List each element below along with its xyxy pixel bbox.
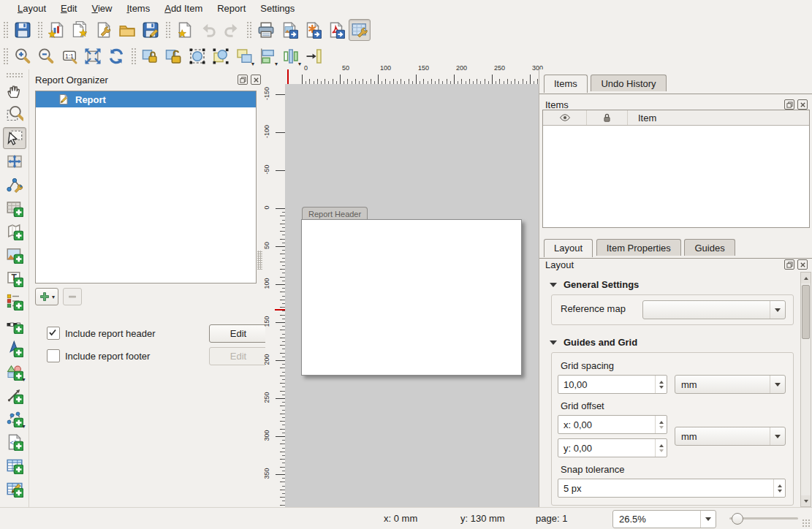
zoom-level-select[interactable]: 26.5% <box>612 510 716 528</box>
toolbar-grip[interactable] <box>6 72 23 78</box>
remove-section-button[interactable] <box>63 288 82 305</box>
add-attribute-table-button[interactable] <box>3 454 26 476</box>
edit-footer-button[interactable]: Edit <box>209 347 267 365</box>
save-project-button[interactable] <box>12 19 34 41</box>
raise-items-button[interactable]: ▾ <box>233 45 255 67</box>
menu-items[interactable]: Items <box>119 1 157 15</box>
refresh-button[interactable] <box>105 45 127 67</box>
tab-layout[interactable]: Layout <box>544 239 593 257</box>
menu-layout[interactable]: Layout <box>10 1 53 15</box>
zoom-tool-button[interactable] <box>3 104 26 126</box>
menu-edit[interactable]: Edit <box>53 1 84 15</box>
close-panel-button[interactable] <box>797 99 808 110</box>
zoom-actual-button[interactable]: 1:1 <box>58 45 80 67</box>
add-fixed-table-button[interactable] <box>3 478 26 500</box>
layout-canvas[interactable]: Report Header <box>285 84 539 508</box>
print-button[interactable] <box>255 19 277 41</box>
visibility-column-header[interactable] <box>543 110 587 125</box>
add-shape-button[interactable]: ▾ <box>3 361 26 383</box>
select-move-item-button[interactable] <box>3 127 26 149</box>
toolbar-grip[interactable] <box>246 21 252 39</box>
scroll-down-button[interactable] <box>801 495 811 506</box>
spinner-arrows[interactable] <box>655 376 667 393</box>
close-panel-button[interactable] <box>251 75 261 85</box>
edit-nodes-item-button[interactable] <box>3 174 26 196</box>
toolbar-grip[interactable] <box>37 21 43 39</box>
tab-guides[interactable]: Guides <box>684 239 735 256</box>
new-layout-button[interactable] <box>46 19 68 41</box>
add-section-button[interactable]: ▾ <box>35 288 58 305</box>
add-map-button[interactable] <box>3 197 26 219</box>
add-legend-button[interactable] <box>3 291 26 313</box>
snap-tolerance-input[interactable]: 5 px <box>558 479 786 498</box>
guides-and-grid-section[interactable]: Guides and Grid <box>550 337 800 348</box>
align-items-button[interactable]: ▾ <box>257 45 278 67</box>
include-header-checkbox[interactable] <box>47 327 60 340</box>
export-image-button[interactable] <box>278 19 300 41</box>
save-as-template-button[interactable] <box>140 19 162 41</box>
scrollbar-thumb[interactable] <box>802 285 810 339</box>
zoom-slider-handle[interactable] <box>732 513 743 525</box>
include-footer-checkbox[interactable] <box>47 349 60 362</box>
add-picture-button[interactable] <box>3 244 26 266</box>
splitter-handle[interactable] <box>257 251 262 270</box>
lock-items-button[interactable] <box>140 45 162 67</box>
spinner-arrows[interactable] <box>773 479 785 497</box>
distribute-items-button[interactable]: ▾ <box>280 45 302 67</box>
ungroup-items-button[interactable] <box>210 45 232 67</box>
item-column-header[interactable]: Item <box>628 110 809 125</box>
report-header-tab[interactable]: Report Header <box>302 207 368 220</box>
grid-offset-x-input[interactable]: x: 0,00 <box>558 415 667 434</box>
pan-layout-button[interactable] <box>3 80 26 102</box>
grid-offset-unit-select[interactable]: mm <box>675 427 786 446</box>
export-pdf-button[interactable] <box>325 19 347 41</box>
grid-offset-y-input[interactable]: y: 0,00 <box>558 438 667 457</box>
menu-add-item[interactable]: Add Item <box>157 1 210 15</box>
add-arrow-button[interactable] <box>3 384 26 406</box>
add-label-button[interactable]: T <box>3 267 26 289</box>
scroll-up-button[interactable] <box>801 273 811 283</box>
redo-button[interactable] <box>221 19 243 41</box>
add-html-button[interactable]: </> <box>3 431 26 453</box>
close-panel-button[interactable] <box>797 259 808 270</box>
report-settings-button[interactable] <box>349 19 371 41</box>
zoom-full-button[interactable] <box>82 45 104 67</box>
report-page[interactable] <box>301 219 522 376</box>
toolbar-grip[interactable] <box>165 21 171 39</box>
tree-item-report[interactable]: Report <box>36 91 256 107</box>
new-page-button[interactable] <box>174 19 196 41</box>
menu-settings[interactable]: Settings <box>253 1 302 15</box>
unlock-items-button[interactable] <box>163 45 185 67</box>
toolbar-grip[interactable] <box>3 47 9 65</box>
edit-header-button[interactable]: Edit <box>209 324 267 343</box>
menu-report[interactable]: Report <box>210 1 253 15</box>
move-item-content-button[interactable] <box>3 151 26 172</box>
float-panel-button[interactable] <box>784 259 794 270</box>
add-3d-map-button[interactable] <box>3 221 26 243</box>
lock-column-header[interactable] <box>587 110 628 125</box>
toolbar-grip[interactable] <box>3 21 9 39</box>
tab-undo-history[interactable]: Undo History <box>591 75 666 91</box>
add-items-from-template-button[interactable] <box>116 19 138 41</box>
add-scalebar-button[interactable] <box>3 314 26 336</box>
add-north-arrow-button[interactable] <box>3 338 26 359</box>
export-svg-button[interactable] <box>302 19 324 41</box>
spinner-arrows[interactable] <box>655 439 667 457</box>
float-panel-button[interactable] <box>784 99 794 110</box>
reference-map-select[interactable] <box>642 300 786 319</box>
general-settings-section[interactable]: General Settings <box>550 279 800 290</box>
zoom-slider[interactable] <box>729 517 798 520</box>
zoom-out-button[interactable] <box>35 45 57 67</box>
window-resize-grip[interactable] <box>802 519 811 528</box>
menu-view[interactable]: View <box>84 1 119 15</box>
layout-panel-scrollbar[interactable] <box>800 272 811 507</box>
spinner-arrows[interactable] <box>655 416 667 433</box>
duplicate-layout-button[interactable] <box>69 19 91 41</box>
tab-items[interactable]: Items <box>544 75 588 93</box>
grid-spacing-unit-select[interactable]: mm <box>675 375 786 394</box>
float-panel-button[interactable] <box>238 75 248 85</box>
add-node-item-button[interactable]: ▾ <box>3 408 26 430</box>
undo-button[interactable] <box>197 19 219 41</box>
tab-item-properties[interactable]: Item Properties <box>596 239 681 256</box>
toolbar-grip[interactable] <box>131 47 137 65</box>
